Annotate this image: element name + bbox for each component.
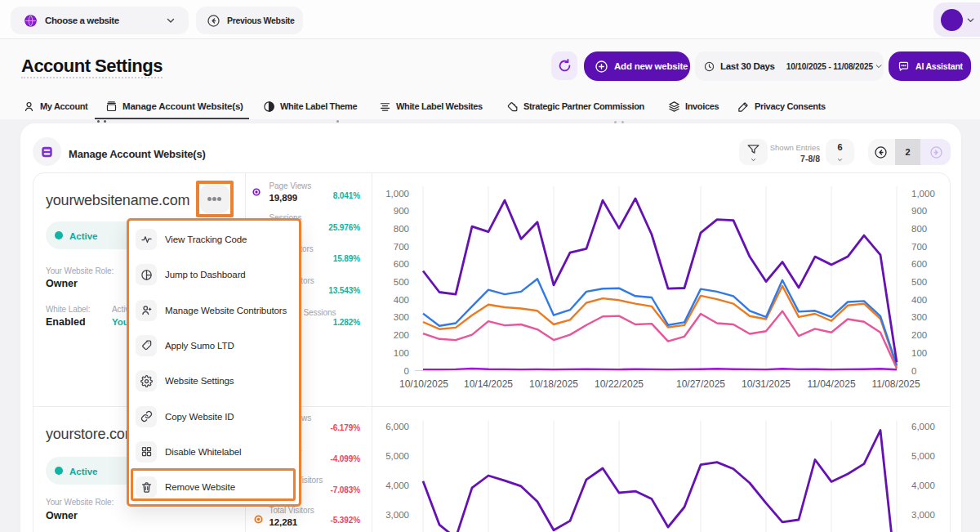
svg-text:100: 100 — [394, 348, 409, 358]
svg-text:200: 200 — [911, 330, 927, 340]
svg-text:3,000: 3,000 — [385, 510, 409, 520]
svg-text:10/31/2025: 10/31/2025 — [742, 378, 791, 390]
svg-text:400: 400 — [394, 295, 409, 305]
svg-text:4,000: 4,000 — [911, 481, 935, 490]
svg-text:11/08/2025: 11/08/2025 — [871, 378, 920, 390]
svg-text:800: 800 — [394, 224, 409, 234]
svg-text:900: 900 — [911, 206, 927, 216]
svg-text:4,000: 4,000 — [385, 481, 409, 490]
svg-text:0: 0 — [911, 366, 916, 376]
svg-text:900: 900 — [394, 206, 409, 216]
svg-text:600: 600 — [911, 259, 927, 269]
svg-text:200: 200 — [394, 330, 409, 340]
svg-text:1,000: 1,000 — [385, 189, 409, 199]
svg-text:11/04/2025: 11/04/2025 — [807, 378, 855, 390]
svg-text:0: 0 — [404, 366, 409, 376]
svg-text:6,000: 6,000 — [385, 422, 409, 431]
svg-text:10/18/2025: 10/18/2025 — [529, 378, 578, 390]
svg-text:5,000: 5,000 — [385, 451, 409, 461]
svg-text:300: 300 — [394, 312, 409, 322]
svg-text:10/14/2025: 10/14/2025 — [464, 378, 513, 390]
svg-text:500: 500 — [911, 277, 927, 287]
svg-text:300: 300 — [911, 312, 927, 322]
svg-text:1,000: 1,000 — [911, 189, 935, 199]
svg-text:800: 800 — [911, 224, 927, 234]
svg-text:10/22/2025: 10/22/2025 — [595, 378, 644, 390]
svg-text:3,000: 3,000 — [911, 510, 935, 520]
svg-text:700: 700 — [394, 242, 409, 252]
svg-text:600: 600 — [394, 259, 409, 269]
svg-text:10/10/2025: 10/10/2025 — [399, 378, 448, 390]
svg-text:5,000: 5,000 — [911, 451, 935, 461]
svg-text:100: 100 — [911, 348, 927, 358]
svg-text:700: 700 — [911, 242, 927, 252]
svg-text:10/27/2025: 10/27/2025 — [676, 378, 725, 390]
svg-text:500: 500 — [394, 277, 409, 287]
svg-text:6,000: 6,000 — [911, 422, 935, 431]
svg-text:400: 400 — [911, 295, 927, 305]
